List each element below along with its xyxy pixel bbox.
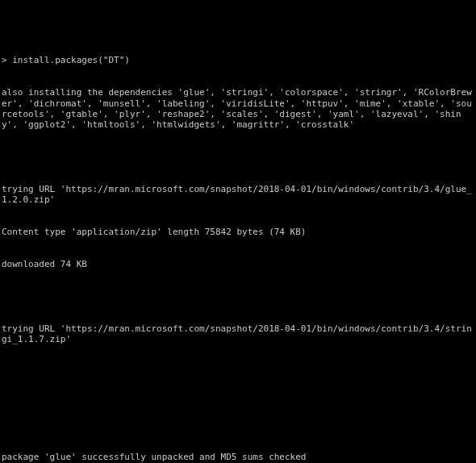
r-console-output[interactable]: > install.packages("DT") also installing… [0, 0, 476, 463]
package-status-list: package 'glue' successfully unpacked and… [2, 452, 474, 463]
install-command: > install.packages("DT") [2, 55, 474, 65]
downloaded-line: downloaded 74 KB [2, 259, 474, 269]
dependencies-line: also installing the dependencies 'glue',… [2, 87, 474, 130]
blank-line [2, 152, 474, 162]
blank-line [2, 291, 474, 302]
package-status-line: package 'glue' successfully unpacked and… [2, 452, 474, 462]
download-url-1: trying URL 'https://mran.microsoft.com/s… [2, 184, 474, 206]
content-type-line: Content type 'application/zip' length 75… [2, 227, 474, 237]
output-gap [2, 398, 474, 419]
download-url-2: trying URL 'https://mran.microsoft.com/s… [2, 323, 474, 345]
